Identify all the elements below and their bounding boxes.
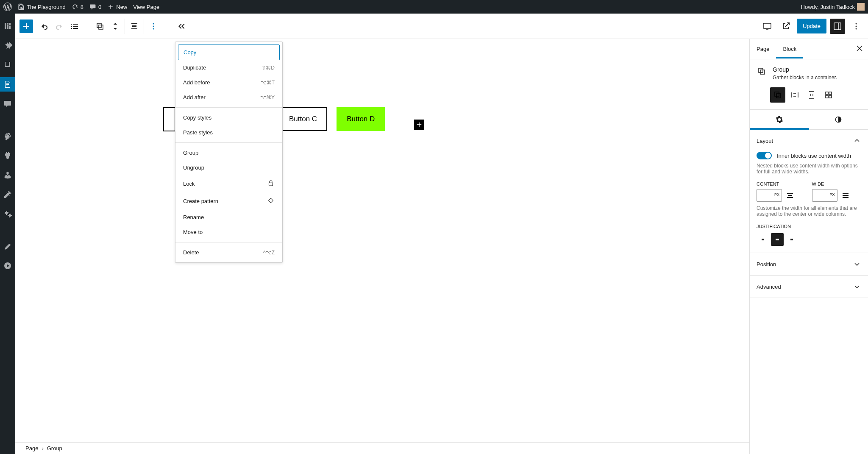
button-c[interactable]: Button C [279,107,327,131]
menu-add-before[interactable]: Add before⌥⌘T [178,75,280,90]
wide-align-button[interactable] [839,189,852,202]
list-view-button[interactable] [67,19,82,34]
pages-icon[interactable] [0,77,15,92]
avatar [857,3,865,11]
justify-right-button[interactable] [785,233,798,246]
undo-button[interactable] [36,19,52,34]
breadcrumb-page[interactable]: Page [25,445,38,451]
options-button[interactable] [146,19,161,34]
svg-rect-6 [763,23,771,28]
menu-paste-styles[interactable]: Paste styles [178,125,280,140]
menu-move-to[interactable]: Move to [178,225,280,240]
tab-settings[interactable] [750,110,809,129]
comments-icon[interactable] [0,97,15,111]
parent-block-button[interactable] [92,19,108,34]
device-preview-button[interactable] [760,19,775,34]
layout-panel: Layout Inner blocks use content width Ne… [750,130,868,253]
add-block-button[interactable] [19,19,33,33]
breadcrumb-group[interactable]: Group [47,445,62,451]
close-sidebar-button[interactable] [851,45,868,53]
button-a[interactable] [163,107,175,131]
settings-panel-button[interactable] [830,19,845,34]
unit-label: PX [829,192,835,197]
menu-copy-styles[interactable]: Copy styles [178,110,280,125]
variation-row[interactable] [787,87,802,103]
settings-sidebar: Page Block Group Gather blocks in a cont… [749,39,868,454]
media-icon[interactable] [0,58,15,72]
menu-group[interactable]: Group [178,145,280,160]
users-icon[interactable] [0,168,15,182]
dashboard-icon[interactable] [0,19,15,33]
block-name: Group [773,66,837,73]
wp-logo[interactable] [3,3,12,11]
editor-canvas[interactable]: Button C Button D Copy Duplicate⇧⌘D Add … [15,39,749,454]
append-block-button[interactable] [414,120,424,130]
menu-lock[interactable]: Lock [178,175,280,192]
svg-rect-1 [97,23,101,28]
align-button[interactable] [127,19,142,34]
toolbar-divider [144,19,144,34]
redo-button[interactable] [52,19,67,34]
lock-icon [267,179,275,188]
update-button[interactable]: Update [797,19,826,33]
menu-create-pattern[interactable]: Create pattern [178,192,280,210]
content-width-toggle[interactable] [757,152,772,159]
howdy-greeting[interactable]: Howdy, Justin Tadlock [801,3,865,11]
menu-delete[interactable]: Delete^⌥Z [178,245,280,260]
svg-rect-14 [760,70,765,74]
tab-block[interactable]: Block [776,40,803,58]
view-page[interactable]: View Page [133,4,159,10]
group-icon [757,66,767,76]
updates[interactable]: 8 [72,3,83,10]
more-options-button[interactable] [849,19,864,34]
inspector-tabs [750,109,868,130]
tab-page[interactable]: Page [750,40,776,58]
width-help: Customize the width for all elements tha… [757,205,861,217]
toggle-label: Inner blocks use content width [777,153,851,159]
appearance-icon[interactable] [0,129,15,143]
chevron-up-icon [853,136,861,145]
menu-rename[interactable]: Rename [178,210,280,225]
site-name[interactable]: The Playground [18,3,66,10]
svg-point-3 [153,23,154,24]
button-d[interactable]: Button D [337,107,385,131]
content-align-button[interactable] [784,189,796,202]
wp-admin-bar: The Playground 8 0 New View Page Howdy, … [0,0,868,14]
edit-icon[interactable] [0,239,15,253]
block-variations [750,87,868,109]
variation-stack[interactable] [804,87,819,103]
wide-width-label: WIDE [812,181,862,187]
tab-styles[interactable] [809,110,868,129]
tools-icon[interactable] [0,187,15,202]
menu-duplicate[interactable]: Duplicate⇧⌘D [178,60,280,75]
advanced-panel: Advanced [750,276,868,298]
collapse-toolbar-button[interactable] [174,19,189,34]
comments[interactable]: 0 [89,3,101,10]
new-content[interactable]: New [107,3,127,10]
menu-ungroup[interactable]: Ungroup [178,160,280,175]
position-panel-header[interactable]: Position [750,253,868,275]
settings-icon[interactable] [0,207,15,221]
chevron-down-icon [853,260,861,268]
diamond-icon [267,197,275,206]
svg-point-9 [856,25,857,27]
justify-center-button[interactable] [771,233,784,246]
svg-rect-7 [834,23,841,30]
svg-rect-16 [776,94,781,98]
justify-left-button[interactable] [757,233,769,246]
svg-rect-18 [829,92,832,95]
video-icon[interactable] [0,259,15,273]
variation-grid[interactable] [821,87,836,103]
menu-divider [175,242,282,242]
view-page-button[interactable] [778,19,793,34]
advanced-panel-header[interactable]: Advanced [750,276,868,298]
menu-copy[interactable]: Copy [178,45,280,60]
move-block-button[interactable] [108,19,123,34]
menu-add-after[interactable]: Add after⌥⌘Y [178,90,280,105]
menu-divider [175,142,282,143]
variation-group[interactable] [770,87,785,103]
pushpin-icon[interactable] [0,38,15,53]
layout-panel-header[interactable]: Layout [750,130,868,152]
plugins-icon[interactable] [0,148,15,163]
editor-header: Update [15,14,868,39]
